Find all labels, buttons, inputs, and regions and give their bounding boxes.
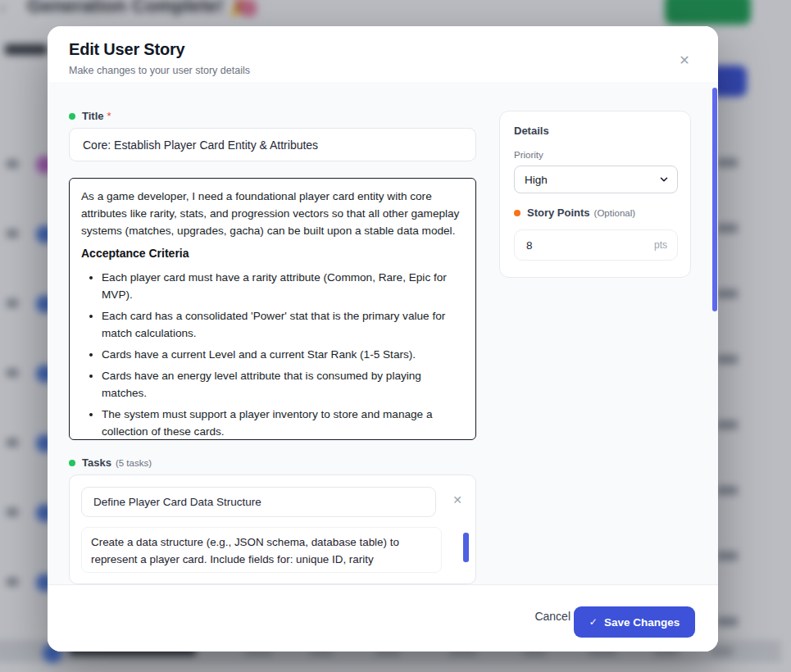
story-title-input[interactable] [69, 128, 476, 161]
task-title-input[interactable] [81, 487, 436, 517]
modal-footer: Cancel ✓ Save Changes [48, 584, 718, 652]
required-marker: * [107, 110, 111, 122]
modal-header: Edit User Story Make changes to your use… [48, 26, 718, 82]
green-dot-icon [69, 113, 75, 120]
task-description-scrollbar[interactable] [463, 533, 469, 562]
story-points-label: Story Points [527, 207, 590, 219]
chevron-down-icon [658, 174, 670, 188]
title-label-row: Title* [69, 108, 111, 123]
save-button-label: Save Changes [604, 616, 680, 629]
modal-body: Title* As a game developer, I need a fou… [48, 82, 718, 584]
modal-scrollbar[interactable] [712, 88, 717, 311]
acceptance-criteria-heading: Acceptance Criteria [81, 245, 464, 262]
criteria-item: Each player card must have a rarity attr… [102, 269, 464, 303]
check-icon: ✓ [589, 616, 598, 628]
description-paragraph: As a game developer, I need a foundation… [81, 188, 464, 239]
task-description-textarea[interactable]: Create a data structure (e.g., JSON sche… [81, 527, 442, 573]
tasks-label: Tasks [82, 456, 111, 469]
modal-title: Edit User Story [69, 40, 184, 59]
orange-dot-icon [514, 210, 521, 216]
priority-label: Priority [514, 150, 676, 160]
task-card: ✕ Create a data structure (e.g., JSON sc… [69, 474, 476, 584]
edit-user-story-modal: Edit User Story Make changes to your use… [48, 26, 718, 652]
acceptance-criteria-list: Each player card must have a rarity attr… [81, 269, 464, 440]
story-points-label-row: Story Points(Optional) [514, 205, 676, 220]
criteria-item: Each card has a consolidated 'Power' sta… [102, 307, 464, 342]
story-points-optional: (Optional) [594, 208, 636, 218]
modal-subtitle: Make changes to your user story details [69, 65, 250, 76]
details-title: Details [514, 125, 676, 137]
cancel-button[interactable]: Cancel [534, 610, 571, 623]
criteria-item: Cards have a current Level and a current… [102, 346, 464, 363]
priority-value: High [525, 174, 548, 186]
tasks-count: (5 tasks) [116, 458, 152, 468]
tasks-label-row: Tasks(5 tasks) [69, 455, 152, 470]
remove-task-icon[interactable]: ✕ [452, 493, 462, 506]
story-description-editor[interactable]: As a game developer, I need a foundation… [69, 178, 476, 440]
details-card: Details Priority High Story Points(Optio… [499, 111, 691, 278]
save-changes-button[interactable]: ✓ Save Changes [574, 606, 695, 638]
criteria-item: The system must support a player invento… [102, 406, 464, 440]
title-label: Title [82, 110, 104, 122]
close-icon[interactable]: ✕ [675, 51, 693, 69]
priority-select[interactable]: High [514, 166, 678, 193]
green-dot-icon [69, 460, 75, 466]
criteria-item: Cards have an energy level attribute tha… [102, 367, 464, 402]
story-points-unit: pts [654, 239, 667, 251]
